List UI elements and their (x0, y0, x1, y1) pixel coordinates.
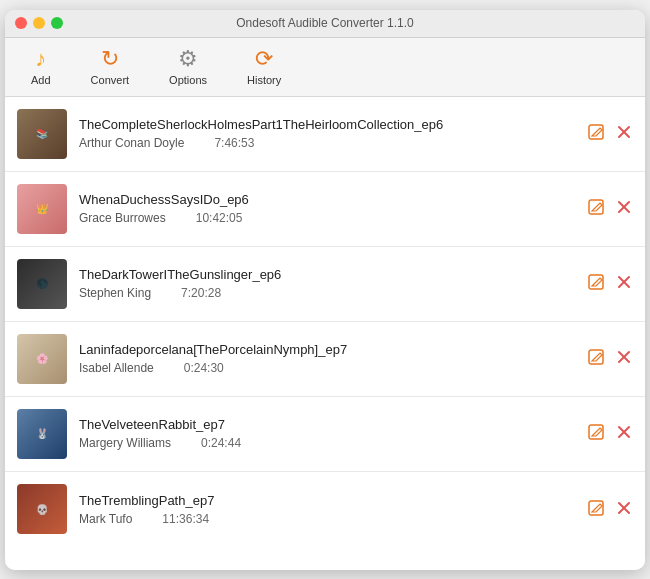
item-actions (587, 423, 633, 444)
edit-button[interactable] (587, 198, 605, 219)
item-actions (587, 123, 633, 144)
item-meta: Arthur Conan Doyle 7:46:53 (79, 136, 575, 150)
album-art: 📚 (17, 109, 67, 159)
edit-button[interactable] (587, 123, 605, 144)
history-label: History (247, 74, 281, 86)
item-info: WhenaDuchessSaysIDo_ep6 Grace Burrowes 1… (79, 192, 575, 225)
minimize-button[interactable] (33, 17, 45, 29)
list-item: 📚 TheCompleteSherlockHolmesPart1TheHeirl… (5, 97, 645, 172)
album-art-icon: 💀 (17, 484, 67, 534)
book-title: Laninfadeporcelana[ThePorcelainNymph]_ep… (79, 342, 575, 357)
album-art-icon: 👑 (17, 184, 67, 234)
convert-icon: ↻ (101, 48, 119, 70)
delete-button[interactable] (615, 123, 633, 144)
book-author: Isabel Allende (79, 361, 154, 375)
delete-button[interactable] (615, 348, 633, 369)
delete-button[interactable] (615, 499, 633, 520)
edit-button[interactable] (587, 273, 605, 294)
book-author: Arthur Conan Doyle (79, 136, 184, 150)
delete-button[interactable] (615, 423, 633, 444)
album-art: 🌸 (17, 334, 67, 384)
album-art: 💀 (17, 484, 67, 534)
item-meta: Grace Burrowes 10:42:05 (79, 211, 575, 225)
album-art: 🐰 (17, 409, 67, 459)
book-duration: 11:36:34 (162, 512, 209, 526)
album-art-icon: 🌑 (17, 259, 67, 309)
traffic-lights (15, 17, 63, 29)
delete-button[interactable] (615, 198, 633, 219)
book-list: 📚 TheCompleteSherlockHolmesPart1TheHeirl… (5, 97, 645, 570)
book-duration: 10:42:05 (196, 211, 243, 225)
item-info: TheDarkTowerITheGunslinger_ep6 Stephen K… (79, 267, 575, 300)
list-item: 🐰 TheVelveteenRabbit_ep7 Margery William… (5, 397, 645, 472)
toolbar: ♪ Add ↻ Convert ⚙ Options ⟳ History (5, 38, 645, 97)
item-meta: Mark Tufo 11:36:34 (79, 512, 575, 526)
item-actions (587, 499, 633, 520)
edit-button[interactable] (587, 423, 605, 444)
convert-label: Convert (91, 74, 130, 86)
book-title: TheCompleteSherlockHolmesPart1TheHeirloo… (79, 117, 575, 132)
app-window: Ondesoft Audible Converter 1.1.0 ♪ Add ↻… (5, 10, 645, 570)
item-info: TheCompleteSherlockHolmesPart1TheHeirloo… (79, 117, 575, 150)
book-author: Mark Tufo (79, 512, 132, 526)
toolbar-history[interactable]: ⟳ History (237, 44, 291, 90)
list-item: 👑 WhenaDuchessSaysIDo_ep6 Grace Burrowes… (5, 172, 645, 247)
book-duration: 0:24:30 (184, 361, 224, 375)
item-actions (587, 198, 633, 219)
book-title: TheTremblingPath_ep7 (79, 493, 575, 508)
item-meta: Isabel Allende 0:24:30 (79, 361, 575, 375)
list-item: 🌑 TheDarkTowerITheGunslinger_ep6 Stephen… (5, 247, 645, 322)
item-meta: Margery Williams 0:24:44 (79, 436, 575, 450)
book-title: TheVelveteenRabbit_ep7 (79, 417, 575, 432)
book-author: Grace Burrowes (79, 211, 166, 225)
title-bar: Ondesoft Audible Converter 1.1.0 (5, 10, 645, 38)
album-art: 👑 (17, 184, 67, 234)
add-icon: ♪ (35, 48, 46, 70)
options-label: Options (169, 74, 207, 86)
history-icon: ⟳ (255, 48, 273, 70)
album-art-icon: 📚 (17, 109, 67, 159)
maximize-button[interactable] (51, 17, 63, 29)
window-title: Ondesoft Audible Converter 1.1.0 (236, 16, 413, 30)
book-duration: 7:46:53 (214, 136, 254, 150)
book-author: Stephen King (79, 286, 151, 300)
item-actions (587, 273, 633, 294)
add-label: Add (31, 74, 51, 86)
album-art-icon: 🐰 (17, 409, 67, 459)
toolbar-options[interactable]: ⚙ Options (159, 44, 217, 90)
book-title: WhenaDuchessSaysIDo_ep6 (79, 192, 575, 207)
album-art-icon: 🌸 (17, 334, 67, 384)
edit-button[interactable] (587, 348, 605, 369)
close-button[interactable] (15, 17, 27, 29)
toolbar-add[interactable]: ♪ Add (21, 44, 61, 90)
item-info: TheVelveteenRabbit_ep7 Margery Williams … (79, 417, 575, 450)
toolbar-convert[interactable]: ↻ Convert (81, 44, 140, 90)
album-art: 🌑 (17, 259, 67, 309)
item-info: TheTremblingPath_ep7 Mark Tufo 11:36:34 (79, 493, 575, 526)
book-duration: 7:20:28 (181, 286, 221, 300)
list-item: 💀 TheTremblingPath_ep7 Mark Tufo 11:36:3… (5, 472, 645, 547)
book-title: TheDarkTowerITheGunslinger_ep6 (79, 267, 575, 282)
edit-button[interactable] (587, 499, 605, 520)
delete-button[interactable] (615, 273, 633, 294)
book-duration: 0:24:44 (201, 436, 241, 450)
list-item: 🌸 Laninfadeporcelana[ThePorcelainNymph]_… (5, 322, 645, 397)
item-info: Laninfadeporcelana[ThePorcelainNymph]_ep… (79, 342, 575, 375)
item-actions (587, 348, 633, 369)
book-author: Margery Williams (79, 436, 171, 450)
options-icon: ⚙ (178, 48, 198, 70)
item-meta: Stephen King 7:20:28 (79, 286, 575, 300)
